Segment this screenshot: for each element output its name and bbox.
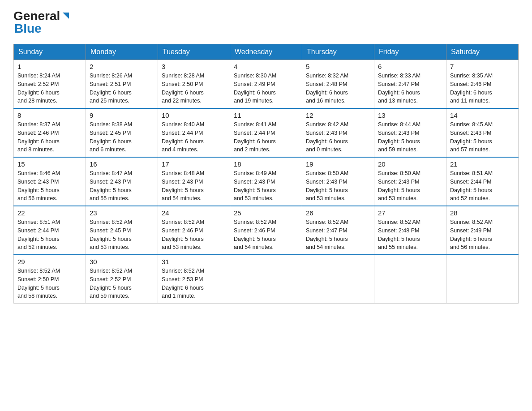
calendar-cell — [374, 255, 446, 304]
day-number: 3 — [162, 63, 226, 70]
day-number: 25 — [234, 209, 298, 217]
day-info: Sunrise: 8:28 AMSunset: 2:50 PMDaylight:… — [162, 72, 226, 105]
day-info: Sunrise: 8:24 AMSunset: 2:52 PMDaylight:… — [17, 72, 82, 105]
day-number: 12 — [306, 111, 370, 119]
column-header-friday: Friday — [374, 44, 446, 60]
column-header-wednesday: Wednesday — [230, 44, 302, 60]
calendar-cell: 11Sunrise: 8:41 AMSunset: 2:44 PMDayligh… — [230, 108, 302, 157]
day-number: 4 — [234, 63, 298, 70]
day-info: Sunrise: 8:52 AMSunset: 2:47 PMDaylight:… — [306, 218, 370, 252]
day-info: Sunrise: 8:52 AMSunset: 2:50 PMDaylight:… — [17, 267, 82, 300]
calendar-cell: 2Sunrise: 8:26 AMSunset: 2:51 PMDaylight… — [86, 60, 158, 109]
day-info: Sunrise: 8:41 AMSunset: 2:44 PMDaylight:… — [234, 120, 298, 154]
column-header-thursday: Thursday — [302, 44, 374, 60]
day-number: 19 — [306, 160, 370, 168]
calendar-cell — [230, 255, 302, 304]
column-header-sunday: Sunday — [14, 44, 86, 60]
calendar-cell: 12Sunrise: 8:42 AMSunset: 2:43 PMDayligh… — [302, 108, 374, 157]
day-number: 6 — [378, 63, 442, 70]
day-number: 27 — [378, 209, 442, 217]
day-info: Sunrise: 8:42 AMSunset: 2:43 PMDaylight:… — [306, 120, 370, 154]
calendar-cell: 6Sunrise: 8:33 AMSunset: 2:47 PMDaylight… — [374, 60, 446, 109]
day-number: 13 — [378, 111, 442, 119]
day-info: Sunrise: 8:35 AMSunset: 2:46 PMDaylight:… — [450, 72, 515, 105]
day-info: Sunrise: 8:52 AMSunset: 2:46 PMDaylight:… — [162, 218, 226, 252]
calendar-cell — [302, 255, 374, 304]
calendar-cell — [446, 255, 519, 304]
day-number: 21 — [450, 160, 515, 168]
calendar-cell: 31Sunrise: 8:52 AMSunset: 2:53 PMDayligh… — [158, 255, 230, 304]
calendar-cell: 19Sunrise: 8:50 AMSunset: 2:43 PMDayligh… — [302, 157, 374, 206]
day-info: Sunrise: 8:47 AMSunset: 2:43 PMDaylight:… — [90, 169, 154, 203]
column-header-monday: Monday — [86, 44, 158, 60]
day-number: 10 — [162, 111, 226, 119]
calendar-cell: 27Sunrise: 8:52 AMSunset: 2:48 PMDayligh… — [374, 206, 446, 255]
day-info: Sunrise: 8:32 AMSunset: 2:48 PMDaylight:… — [306, 72, 370, 105]
day-number: 17 — [162, 160, 226, 168]
day-info: Sunrise: 8:50 AMSunset: 2:43 PMDaylight:… — [378, 169, 442, 203]
day-info: Sunrise: 8:52 AMSunset: 2:53 PMDaylight:… — [162, 267, 226, 300]
day-info: Sunrise: 8:30 AMSunset: 2:49 PMDaylight:… — [234, 72, 298, 105]
calendar-cell: 4Sunrise: 8:30 AMSunset: 2:49 PMDaylight… — [230, 60, 302, 109]
day-number: 28 — [450, 209, 515, 217]
day-info: Sunrise: 8:52 AMSunset: 2:46 PMDaylight:… — [234, 218, 298, 252]
day-number: 15 — [17, 160, 82, 168]
calendar-cell: 3Sunrise: 8:28 AMSunset: 2:50 PMDaylight… — [158, 60, 230, 109]
day-number: 14 — [450, 111, 515, 119]
calendar-week-row: 29Sunrise: 8:52 AMSunset: 2:50 PMDayligh… — [14, 255, 519, 304]
day-info: Sunrise: 8:40 AMSunset: 2:44 PMDaylight:… — [162, 120, 226, 154]
calendar-cell: 23Sunrise: 8:52 AMSunset: 2:45 PMDayligh… — [86, 206, 158, 255]
day-info: Sunrise: 8:44 AMSunset: 2:43 PMDaylight:… — [378, 120, 442, 154]
day-number: 11 — [234, 111, 298, 119]
calendar-cell: 15Sunrise: 8:46 AMSunset: 2:43 PMDayligh… — [14, 157, 86, 206]
day-number: 1 — [17, 63, 82, 70]
calendar-cell: 18Sunrise: 8:49 AMSunset: 2:43 PMDayligh… — [230, 157, 302, 206]
day-info: Sunrise: 8:37 AMSunset: 2:46 PMDaylight:… — [17, 120, 82, 154]
day-info: Sunrise: 8:49 AMSunset: 2:43 PMDaylight:… — [234, 169, 298, 203]
page-header: General Blue — [13, 9, 519, 36]
day-number: 16 — [90, 160, 154, 168]
calendar-cell: 29Sunrise: 8:52 AMSunset: 2:50 PMDayligh… — [14, 255, 86, 304]
day-number: 24 — [162, 209, 226, 217]
logo-arrow-icon — [61, 12, 71, 21]
logo-blue-text: Blue — [14, 21, 42, 36]
calendar-cell: 30Sunrise: 8:52 AMSunset: 2:52 PMDayligh… — [86, 255, 158, 304]
day-info: Sunrise: 8:48 AMSunset: 2:43 PMDaylight:… — [162, 169, 226, 203]
calendar-cell: 1Sunrise: 8:24 AMSunset: 2:52 PMDaylight… — [14, 60, 86, 109]
calendar-cell: 20Sunrise: 8:50 AMSunset: 2:43 PMDayligh… — [374, 157, 446, 206]
day-info: Sunrise: 8:51 AMSunset: 2:44 PMDaylight:… — [17, 218, 82, 252]
day-info: Sunrise: 8:33 AMSunset: 2:47 PMDaylight:… — [378, 72, 442, 105]
calendar-cell: 21Sunrise: 8:51 AMSunset: 2:44 PMDayligh… — [446, 157, 519, 206]
day-number: 8 — [17, 111, 82, 119]
day-info: Sunrise: 8:26 AMSunset: 2:51 PMDaylight:… — [90, 72, 154, 105]
calendar-cell: 14Sunrise: 8:45 AMSunset: 2:43 PMDayligh… — [446, 108, 519, 157]
calendar-cell: 10Sunrise: 8:40 AMSunset: 2:44 PMDayligh… — [158, 108, 230, 157]
day-info: Sunrise: 8:52 AMSunset: 2:48 PMDaylight:… — [378, 218, 442, 252]
calendar-header-row: SundayMondayTuesdayWednesdayThursdayFrid… — [14, 44, 519, 60]
day-number: 5 — [306, 63, 370, 70]
day-info: Sunrise: 8:45 AMSunset: 2:43 PMDaylight:… — [450, 120, 515, 154]
day-number: 2 — [90, 63, 154, 70]
day-info: Sunrise: 8:52 AMSunset: 2:52 PMDaylight:… — [90, 267, 154, 300]
day-number: 9 — [90, 111, 154, 119]
svg-marker-0 — [63, 13, 69, 19]
day-number: 29 — [17, 258, 82, 265]
day-info: Sunrise: 8:52 AMSunset: 2:45 PMDaylight:… — [90, 218, 154, 252]
calendar-cell: 17Sunrise: 8:48 AMSunset: 2:43 PMDayligh… — [158, 157, 230, 206]
column-header-saturday: Saturday — [446, 44, 519, 60]
day-info: Sunrise: 8:38 AMSunset: 2:45 PMDaylight:… — [90, 120, 154, 154]
day-number: 23 — [90, 209, 154, 217]
calendar-cell: 16Sunrise: 8:47 AMSunset: 2:43 PMDayligh… — [86, 157, 158, 206]
day-number: 18 — [234, 160, 298, 168]
calendar-cell: 7Sunrise: 8:35 AMSunset: 2:46 PMDaylight… — [446, 60, 519, 109]
calendar-cell: 28Sunrise: 8:52 AMSunset: 2:49 PMDayligh… — [446, 206, 519, 255]
calendar-cell: 24Sunrise: 8:52 AMSunset: 2:46 PMDayligh… — [158, 206, 230, 255]
day-info: Sunrise: 8:51 AMSunset: 2:44 PMDaylight:… — [450, 169, 515, 203]
calendar-cell: 26Sunrise: 8:52 AMSunset: 2:47 PMDayligh… — [302, 206, 374, 255]
logo: General Blue — [13, 9, 71, 36]
day-number: 30 — [90, 258, 154, 265]
day-number: 20 — [378, 160, 442, 168]
day-info: Sunrise: 8:52 AMSunset: 2:49 PMDaylight:… — [450, 218, 515, 252]
calendar-week-row: 8Sunrise: 8:37 AMSunset: 2:46 PMDaylight… — [14, 108, 519, 157]
calendar-week-row: 1Sunrise: 8:24 AMSunset: 2:52 PMDaylight… — [14, 60, 519, 109]
